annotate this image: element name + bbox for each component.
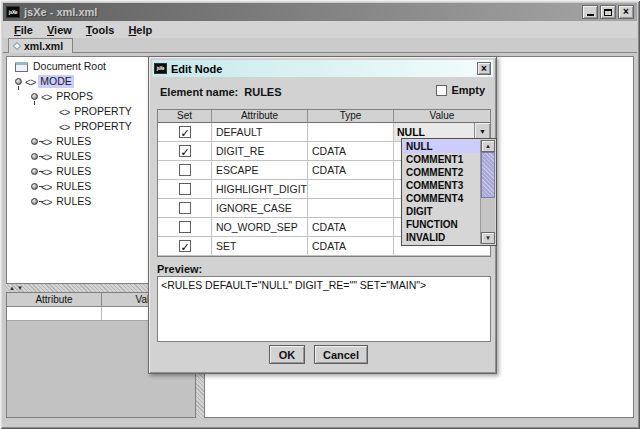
dialog-titlebar[interactable]: jsXe Edit Node × [152, 60, 493, 77]
set-cell: ✓ [158, 123, 212, 142]
tree-handle-expanded-icon[interactable] [31, 93, 38, 100]
empty-checkbox[interactable] [436, 85, 447, 96]
tab-label: xml.xml [24, 40, 63, 52]
column-header-attribute[interactable]: Attribute [212, 110, 308, 123]
attribute-cell: NO_WORD_SEP [212, 218, 308, 237]
app-window: jsXe jsXe - xml.xml × FileViewToolsHelp … [0, 0, 640, 429]
tree-handle-collapsed-icon[interactable] [31, 138, 38, 145]
type-cell: CDATA [308, 142, 394, 161]
scroll-up-icon: ▲ [485, 143, 491, 149]
check-icon: ✓ [181, 143, 190, 161]
dialog-close-button[interactable]: × [477, 62, 491, 75]
dropdown-option-comment1[interactable]: COMMENT1 [403, 153, 480, 166]
set-checkbox[interactable]: ✓ [179, 240, 191, 252]
tree-handle-collapsed-icon[interactable] [31, 198, 38, 205]
element-icon: <> [59, 106, 69, 118]
set-cell [158, 199, 212, 218]
attribute-cell: HIGHLIGHT_DIGITS [212, 180, 308, 199]
minimize-button[interactable] [582, 5, 598, 19]
splitter-collapse-up-icon[interactable]: ▲ [9, 285, 15, 291]
menu-item-tools[interactable]: Tools [79, 23, 122, 37]
column-header-type[interactable]: Type [308, 110, 394, 123]
tree-handle-collapsed-icon[interactable] [31, 168, 38, 175]
scrollbar-thumb[interactable] [481, 152, 495, 198]
tree-label: RULES [54, 150, 93, 163]
maximize-button[interactable] [600, 5, 616, 19]
ok-button[interactable]: OK [269, 345, 305, 364]
type-cell [308, 199, 394, 218]
tree-handle-expanded-icon[interactable] [15, 78, 22, 85]
tree-label: Document Root [31, 60, 108, 73]
column-header-set[interactable]: Set [158, 110, 212, 123]
dropdown-option-invalid[interactable]: INVALID [403, 231, 480, 244]
dialog-icon: jsXe [154, 63, 167, 74]
attr-empty-cell-attribute[interactable] [7, 307, 102, 320]
attr-column-header-attribute[interactable]: Attribute [7, 293, 102, 307]
document-root-icon [15, 62, 28, 72]
empty-checkbox-control[interactable]: Empty [436, 84, 485, 96]
menu-mnemonic: H [128, 24, 136, 36]
element-icon: <> [59, 121, 69, 133]
preview-text: <RULES DEFAULT="NULL" DIGIT_RE="" SET="M… [161, 279, 426, 291]
set-checkbox[interactable] [179, 183, 191, 195]
check-icon: ✓ [181, 238, 190, 256]
set-checkbox[interactable] [179, 221, 191, 233]
set-checkbox[interactable]: ✓ [179, 126, 191, 138]
menu-mnemonic: F [14, 24, 21, 36]
app-logo-text: jsXe [9, 9, 17, 15]
attribute-cell: DIGIT_RE [212, 142, 308, 161]
close-icon: × [623, 7, 629, 17]
dropdown-option-digit[interactable]: DIGIT [403, 205, 480, 218]
dropdown-option-comment2[interactable]: COMMENT2 [403, 166, 480, 179]
dropdown-scrollbar[interactable]: ▲ ▼ [480, 140, 495, 244]
minimize-icon [587, 14, 594, 16]
tree-label: PROPS [54, 90, 95, 103]
set-checkbox[interactable] [179, 164, 191, 176]
column-header-value[interactable]: Value [394, 110, 490, 123]
close-button[interactable]: × [618, 5, 634, 19]
attribute-cell: IGNORE_CASE [212, 199, 308, 218]
preview-label: Preview: [157, 263, 202, 275]
dialog-button-row: OK Cancel [149, 345, 496, 365]
edit-node-dialog: jsXe Edit Node × Element name:RULES Empt… [148, 56, 497, 374]
menu-mnemonic: T [86, 24, 92, 36]
dropdown-option-function[interactable]: FUNCTION [403, 218, 480, 231]
maximize-icon [604, 9, 612, 16]
window-controls: × [582, 5, 634, 19]
tree-label: PROPERTY [72, 120, 134, 133]
dropdown-list: NULLCOMMENT1COMMENT2COMMENT3COMMENT4DIGI… [403, 140, 480, 244]
menu-item-view[interactable]: View [40, 23, 79, 37]
scroll-down-button[interactable]: ▼ [481, 232, 495, 244]
type-cell: CDATA [308, 218, 394, 237]
cancel-button[interactable]: Cancel [314, 345, 368, 364]
dropdown-option-comment4[interactable]: COMMENT4 [403, 192, 480, 205]
element-name-row: Element name:RULES [160, 86, 282, 98]
element-icon: <> [25, 76, 35, 88]
window-titlebar[interactable]: jsXe jsXe - xml.xml × [3, 3, 637, 21]
element-icon: <> [41, 91, 51, 103]
menu-bar: FileViewToolsHelp [3, 21, 637, 38]
tab-xml[interactable]: xml.xml [8, 38, 73, 53]
value-dropdown-popup: NULLCOMMENT1COMMENT2COMMENT3COMMENT4DIGI… [401, 138, 497, 246]
dialog-title: Edit Node [171, 63, 222, 75]
menu-item-help[interactable]: Help [121, 23, 159, 37]
set-checkbox[interactable]: ✓ [179, 145, 191, 157]
scroll-up-button[interactable]: ▲ [481, 140, 495, 152]
set-cell [158, 180, 212, 199]
tree-label: RULES [54, 135, 93, 148]
splitter-collapse-down-icon[interactable]: ▼ [17, 285, 23, 291]
tab-diamond-icon [13, 42, 21, 50]
tree-label: MODE [38, 75, 74, 88]
preview-textarea[interactable]: <RULES DEFAULT="NULL" DIGIT_RE="" SET="M… [157, 276, 491, 342]
menu-item-file[interactable]: File [7, 23, 40, 37]
dropdown-option-null[interactable]: NULL [403, 140, 480, 153]
set-cell: ✓ [158, 142, 212, 161]
tree-label: RULES [54, 180, 93, 193]
element-name-label: Element name: [160, 86, 238, 98]
set-checkbox[interactable] [179, 202, 191, 214]
tree-handle-collapsed-icon[interactable] [31, 153, 38, 160]
menu-mnemonic: V [47, 24, 54, 36]
attribute-cell: DEFAULT [212, 123, 308, 142]
tree-handle-collapsed-icon[interactable] [31, 183, 38, 190]
dropdown-option-comment3[interactable]: COMMENT3 [403, 179, 480, 192]
